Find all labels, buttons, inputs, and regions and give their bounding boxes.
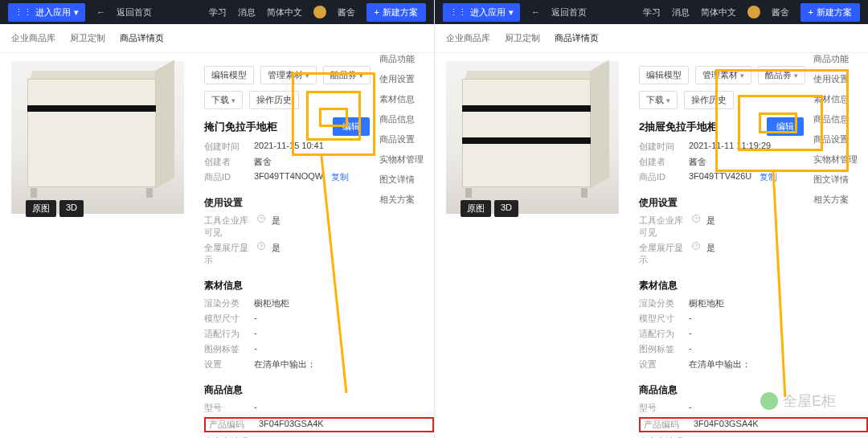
back-home-link[interactable]: 返回首页 bbox=[551, 6, 587, 18]
label-creator: 创建者 bbox=[639, 156, 689, 168]
label-full-show: 全屋展厅显示 bbox=[639, 242, 689, 266]
label-product-code: 产品编码 bbox=[209, 419, 259, 431]
nav-lang[interactable]: 简体中文 bbox=[267, 6, 302, 18]
value-model-no: - bbox=[689, 402, 692, 414]
plus-icon: + bbox=[375, 7, 379, 17]
anchor-use[interactable]: 使用设置 bbox=[379, 73, 428, 85]
product-image: 原图 3D bbox=[446, 61, 619, 214]
anchor-rel[interactable]: 相关方案 bbox=[379, 194, 428, 206]
sku-bound-button[interactable]: 酷品券 bbox=[758, 66, 805, 84]
crumb-lib[interactable]: 企业商品库 bbox=[11, 32, 55, 44]
label-create-time: 创建时间 bbox=[204, 141, 254, 153]
nav-study[interactable]: 学习 bbox=[209, 6, 227, 18]
pill-original[interactable]: 原图 bbox=[461, 200, 491, 217]
sku-bound-button[interactable]: 酷品券 bbox=[323, 66, 371, 84]
anchor-pinfo[interactable]: 商品信息 bbox=[813, 113, 862, 125]
label-product-id: 商品ID bbox=[204, 171, 254, 183]
anchor-func[interactable]: 商品功能 bbox=[379, 53, 428, 65]
anchor-pset[interactable]: 商品设置 bbox=[813, 133, 862, 145]
copy-link[interactable]: 复制 bbox=[331, 171, 349, 183]
chevron-down-icon: ▾ bbox=[509, 7, 514, 18]
op-history-button[interactable]: 操作历史 bbox=[684, 91, 734, 109]
crumb-lib[interactable]: 企业商品库 bbox=[446, 32, 490, 44]
product-code-row: 产品编码3F04F03GSA4K bbox=[204, 417, 434, 432]
label-model-no: 型号 bbox=[639, 402, 689, 414]
anchor-func[interactable]: 商品功能 bbox=[813, 53, 862, 65]
label-model-no: 型号 bbox=[204, 402, 254, 414]
new-scheme-button[interactable]: + 新建方案 bbox=[366, 3, 426, 22]
anchor-mat[interactable]: 实物材管理 bbox=[813, 154, 862, 166]
label-create-time: 创建时间 bbox=[639, 141, 689, 153]
edit-button[interactable]: 编辑 bbox=[333, 117, 370, 136]
nav-lang[interactable]: 简体中文 bbox=[701, 6, 736, 18]
value-adapt: - bbox=[254, 328, 257, 340]
new-scheme-button[interactable]: + 新建方案 bbox=[800, 3, 860, 22]
value-img-label: - bbox=[689, 343, 692, 355]
label-product-code: 产品编码 bbox=[644, 419, 694, 431]
anchor-pset[interactable]: 商品设置 bbox=[379, 133, 428, 145]
value-product-id: 3F049TT4NOQW bbox=[254, 171, 323, 183]
anchor-rich[interactable]: 图文详情 bbox=[813, 174, 862, 186]
nav-user[interactable]: 酱舍 bbox=[338, 6, 355, 18]
anchor-use[interactable]: 使用设置 bbox=[813, 73, 862, 85]
label-setting: 设置 bbox=[204, 358, 254, 370]
preview-panel: 原图 3D bbox=[0, 53, 201, 438]
nav-study[interactable]: 学习 bbox=[643, 6, 661, 18]
value-creator: 酱舍 bbox=[689, 156, 706, 168]
preview-panel: 原图 3D bbox=[435, 53, 636, 438]
anchor-asset[interactable]: 素材信息 bbox=[813, 93, 862, 105]
nav-user[interactable]: 酱舍 bbox=[772, 6, 789, 18]
enter-app-button[interactable]: ⋮⋮ 进入应用 ▾ bbox=[8, 3, 85, 22]
plus-icon: + bbox=[809, 7, 813, 17]
new-scheme-label: 新建方案 bbox=[383, 6, 418, 18]
value-adapt: - bbox=[689, 328, 692, 340]
crumb-cat[interactable]: 厨卫定制 bbox=[505, 32, 540, 44]
topbar: ⋮⋮ 进入应用 ▾ ← 返回首页 学习 消息 简体中文 酱舍 + 新建方案 bbox=[435, 0, 868, 24]
grid-icon: ⋮⋮ bbox=[449, 7, 467, 18]
value-product-code: 3F04F03GSA4K bbox=[694, 419, 759, 431]
label-img-label: 图例标签 bbox=[639, 343, 689, 355]
nav-msg[interactable]: 消息 bbox=[672, 6, 690, 18]
edit-model-button[interactable]: 编辑模型 bbox=[639, 66, 689, 84]
avatar[interactable] bbox=[747, 6, 760, 18]
back-home-link[interactable]: 返回首页 bbox=[117, 6, 152, 18]
value-render-cat: 橱柜地柜 bbox=[689, 297, 724, 309]
anchor-mat[interactable]: 实物材管理 bbox=[379, 154, 428, 166]
copy-link[interactable]: 复制 bbox=[760, 171, 777, 183]
anchor-pinfo[interactable]: 商品信息 bbox=[379, 113, 428, 125]
edit-button[interactable]: 编辑 bbox=[767, 117, 804, 136]
download-button[interactable]: 下载 bbox=[204, 91, 243, 109]
label-adapt: 适配行为 bbox=[639, 328, 689, 340]
manage-asset-button[interactable]: 管理素材 bbox=[695, 66, 751, 84]
enter-app-button[interactable]: ⋮⋮ 进入应用 ▾ bbox=[443, 3, 520, 22]
label-render-cat: 渲染分类 bbox=[639, 297, 689, 309]
anchor-asset[interactable]: 素材信息 bbox=[379, 93, 428, 105]
pill-3d[interactable]: 3D bbox=[59, 200, 84, 217]
nav-msg[interactable]: 消息 bbox=[238, 6, 256, 18]
back-arrow-icon[interactable]: ← bbox=[96, 7, 105, 17]
breadcrumb: 企业商品库 厨卫定制 商品详情页 bbox=[435, 24, 868, 53]
breadcrumb: 企业商品库 厨卫定制 商品详情页 bbox=[0, 24, 434, 53]
detail-panel: 编辑模型 管理素材 酷品券 下载 操作历史 掩门免拉手地柜 编辑 创建时间202… bbox=[201, 53, 434, 438]
anchor-rel[interactable]: 相关方案 bbox=[813, 194, 862, 206]
value-create-time: 2021-11-15 10:41 bbox=[254, 141, 324, 153]
label-enterprise-vis: 工具企业库可见 bbox=[639, 215, 689, 239]
avatar[interactable] bbox=[313, 6, 326, 18]
op-history-button[interactable]: 操作历史 bbox=[249, 91, 299, 109]
manage-asset-button[interactable]: 管理素材 bbox=[260, 66, 317, 84]
grid-icon: ⋮⋮ bbox=[14, 7, 32, 18]
pill-3d[interactable]: 3D bbox=[494, 200, 518, 217]
back-arrow-icon[interactable]: ← bbox=[531, 7, 540, 17]
crumb-page: 商品详情页 bbox=[120, 32, 164, 44]
pill-original[interactable]: 原图 bbox=[26, 200, 56, 217]
side-anchor-menu: 商品功能 使用设置 素材信息 商品信息 商品设置 实物材管理 图文详情 相关方案 bbox=[379, 53, 428, 206]
anchor-rich[interactable]: 图文详情 bbox=[379, 174, 428, 186]
edit-model-button[interactable]: 编辑模型 bbox=[204, 66, 254, 84]
label-enterprise-vis: 工具企业库可见 bbox=[204, 215, 254, 239]
download-button[interactable]: 下载 bbox=[639, 91, 678, 109]
topbar: ⋮⋮ 进入应用 ▾ ← 返回首页 学习 消息 简体中文 酱舍 + 新建方案 bbox=[0, 0, 434, 24]
info-icon: ? bbox=[692, 242, 700, 250]
label-creator: 创建者 bbox=[204, 156, 254, 168]
label-model-size: 模型尺寸 bbox=[204, 313, 254, 325]
crumb-cat[interactable]: 厨卫定制 bbox=[70, 32, 105, 44]
